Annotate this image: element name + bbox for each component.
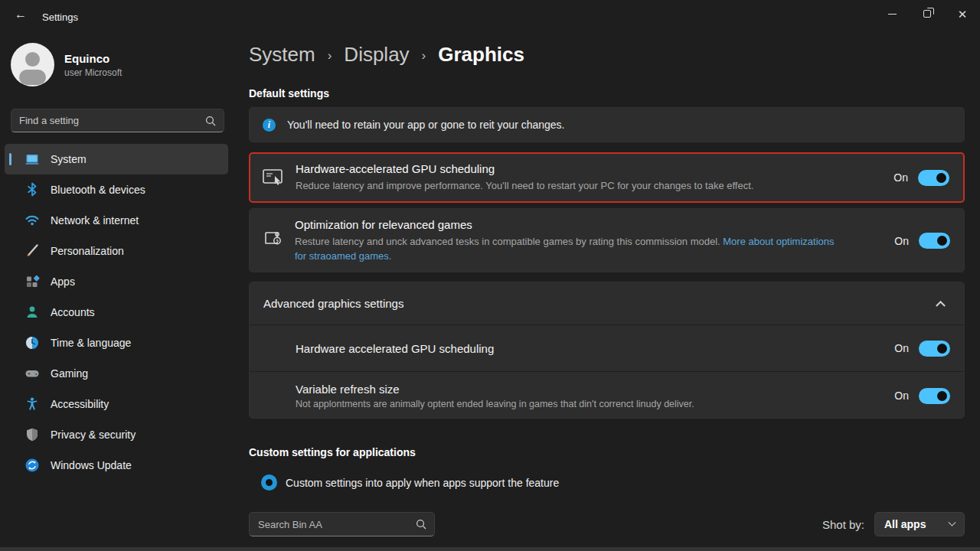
back-button[interactable]: ← — [9, 5, 32, 24]
sidebar-item-network-internet[interactable]: Network & internet — [5, 205, 228, 236]
main-content: System › Display › Graphics Default sett… — [249, 0, 965, 551]
sidebar-item-label: System — [51, 153, 87, 165]
sidebar-item-apps[interactable]: Apps — [5, 266, 228, 297]
sidebar-item-personalization[interactable]: Personalization — [5, 236, 228, 266]
advanced-gpu-toggle-state-label: On — [894, 342, 909, 354]
accounts-icon — [24, 305, 40, 320]
network-icon — [24, 213, 40, 228]
sidebar-item-label: Accessibility — [51, 398, 109, 410]
app-title: Settings — [42, 11, 78, 23]
sidebar-item-time-language[interactable]: Time & language — [5, 328, 228, 358]
advanced-graphics-header[interactable]: Advanced graphics settings — [250, 282, 964, 324]
sidebar-item-accessibility[interactable]: Accessibility — [5, 389, 228, 419]
sidebar-item-label: Network & internet — [51, 214, 139, 227]
toggle-knob — [937, 344, 947, 354]
advanced-gpu-scheduling-row: Hardware accelerated GPU scheduling On — [250, 325, 964, 371]
bluetooth-icon — [24, 182, 40, 197]
gpu-icon — [262, 166, 285, 189]
find-setting-input[interactable] — [11, 115, 205, 126]
default-settings-heading: Default settings — [249, 87, 329, 99]
breadcrumb-graphics: Graphics — [438, 43, 524, 67]
custom-settings-radio-label: Custom settings into apply when apps sup… — [286, 477, 559, 489]
search-icon — [416, 519, 426, 530]
time-language-icon — [24, 335, 40, 350]
sidebar-item-privacy-security[interactable]: Privacy & security — [5, 419, 228, 450]
bottom-edge — [0, 547, 980, 551]
advanced-gpu-toggle[interactable] — [919, 341, 950, 357]
filter-label: Shot by: — [822, 518, 864, 531]
sidebar-nav: System Bluetooth & devices Network & int… — [5, 144, 228, 481]
toggle-knob — [936, 173, 946, 183]
sidebar-item-gaming[interactable]: Gaming — [5, 358, 228, 389]
back-arrow-icon: ← — [15, 8, 27, 21]
variable-refresh-toggle-state-label: On — [894, 390, 909, 402]
profile-name: Equinco — [64, 52, 122, 65]
optimization-card-title: Optimization for relevanced games — [295, 218, 894, 231]
gpu-card-description: Reduce latency and improve performance. … — [296, 178, 847, 193]
game-optimization-card: Optimization for relevanced games Restur… — [249, 208, 965, 272]
gpu-scheduling-card: Hardware-accelerated GPU scheduling Redu… — [249, 152, 965, 203]
custom-settings-heading: Custom settings for applications — [249, 446, 416, 458]
sidebar-item-label: Apps — [51, 276, 75, 288]
gpu-scheduling-toggle[interactable] — [918, 170, 949, 186]
search-icon — [205, 116, 216, 126]
breadcrumb-display[interactable]: Display — [344, 43, 409, 67]
gaming-icon — [24, 366, 40, 381]
sidebar-item-label: Bluetooth & devices — [51, 184, 145, 196]
user-profile[interactable]: Equinco user Microsoft — [11, 43, 122, 86]
chevron-down-icon — [949, 518, 956, 526]
variable-refresh-description: Not applontments are animally optent end… — [296, 399, 894, 409]
sidebar-item-label: Windows Update — [51, 459, 132, 471]
find-setting-search[interactable] — [11, 109, 224, 132]
breadcrumb-system[interactable]: System — [249, 43, 315, 67]
advanced-graphics-group: Advanced graphics settings Hardware acce… — [249, 282, 965, 419]
settings-window: ← Settings ✕ Equinco user Microsoft Syst… — [0, 0, 980, 551]
optimization-card-description: Resture latency and unck advanced tesks … — [295, 236, 723, 247]
variable-refresh-toggle[interactable] — [919, 388, 950, 404]
custom-settings-radio-row[interactable]: Custom settings into apply when apps sup… — [261, 474, 559, 491]
sidebar-item-windows-update[interactable]: Windows Update — [5, 450, 228, 481]
toggle-knob — [937, 236, 947, 246]
sidebar-item-label: Personalization — [51, 245, 124, 257]
privacy-icon — [24, 427, 40, 442]
sidebar-item-label: Gaming — [51, 367, 88, 380]
breadcrumb-separator-icon: › — [328, 48, 332, 64]
game-optimization-toggle[interactable] — [919, 233, 950, 249]
system-icon — [24, 152, 40, 167]
breadcrumb: System › Display › Graphics — [249, 43, 524, 67]
windows-update-icon — [24, 458, 40, 473]
radio-selected-icon[interactable] — [261, 474, 277, 491]
info-banner: i You'll need to retain your app or gone… — [249, 107, 965, 142]
chevron-up-icon — [936, 301, 946, 311]
gpu-card-title: Hardware-accelerated GPU scheduling — [296, 162, 893, 175]
apps-filter-dropdown[interactable]: All apps — [874, 512, 965, 536]
toggle-knob — [937, 391, 947, 401]
info-icon: i — [263, 119, 276, 132]
variable-refresh-row: Variable refresh size Not applontments a… — [250, 372, 964, 419]
sidebar-item-system[interactable]: System — [5, 144, 228, 174]
advanced-graphics-title: Advanced graphics settings — [263, 297, 937, 310]
sidebar-item-label: Time & language — [51, 337, 131, 349]
info-banner-text: You'll need to retain your app or gone t… — [287, 119, 565, 131]
sidebar-item-label: Accounts — [51, 306, 95, 318]
app-search-input[interactable] — [250, 519, 416, 530]
sidebar-item-label: Privacy & security — [51, 429, 136, 441]
sidebar-item-bluetooth-devices[interactable]: Bluetooth & devices — [5, 174, 228, 205]
sidebar-item-accounts[interactable]: Accounts — [5, 297, 228, 328]
avatar — [11, 43, 54, 86]
personalization-icon — [24, 243, 40, 259]
filter-row: Shot by: All apps — [822, 512, 965, 536]
apps-icon — [24, 274, 40, 289]
variable-refresh-title: Variable refresh size — [296, 383, 894, 396]
advanced-gpu-row-title: Hardware accelerated GPU scheduling — [296, 342, 894, 355]
accessibility-icon — [24, 396, 40, 412]
gpu-toggle-state-label: On — [893, 171, 908, 184]
profile-subtitle: user Microsoft — [64, 67, 122, 78]
app-search-box[interactable] — [249, 512, 435, 536]
apps-filter-value: All apps — [884, 518, 949, 530]
optimization-toggle-state-label: On — [894, 235, 909, 247]
game-optimization-icon — [261, 227, 284, 250]
breadcrumb-separator-icon: › — [422, 48, 426, 64]
